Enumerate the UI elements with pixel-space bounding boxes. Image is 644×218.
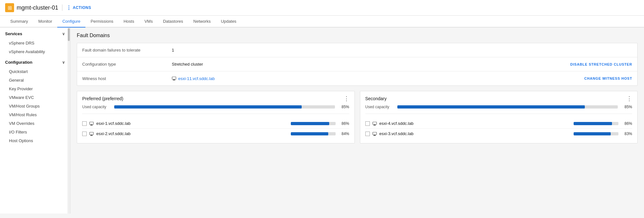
svg-rect-11 (373, 125, 376, 125)
preferred-host-1-pct: 86% (338, 121, 349, 126)
svg-rect-3 (90, 122, 93, 125)
cards-row: Preferred (preferred) ⋮ Used capacity 85… (77, 91, 638, 143)
secondary-host-2-icon (372, 132, 377, 136)
fault-value-witness-host: esxi-11.vcf.sddc.lab (172, 76, 584, 81)
secondary-host-2-checkbox[interactable] (365, 132, 370, 136)
svg-rect-13 (374, 135, 376, 135)
svg-rect-1 (173, 79, 175, 80)
secondary-host-row-2: esxi-3.vcf.sddc.lab 83% (365, 129, 632, 139)
preferred-card-title: Preferred (preferred) (82, 96, 123, 101)
fault-label-witness-host: Witness host (82, 76, 172, 81)
secondary-host-1-checkbox[interactable] (365, 121, 370, 126)
secondary-host-2-pct: 83% (621, 132, 632, 136)
secondary-capacity-bar-bg (397, 105, 618, 109)
secondary-card: Secondary ⋮ Used capacity 85% (360, 91, 638, 143)
actions-dots-icon: ⋮ (66, 5, 72, 11)
secondary-host-1-bar-bg (574, 122, 618, 125)
preferred-host-1-checkbox[interactable] (82, 121, 87, 126)
secondary-card-header: Secondary ⋮ (365, 96, 632, 101)
preferred-host-1-icon (89, 121, 94, 126)
sidebar-item-vm-overrides[interactable]: VM Overrides (0, 119, 70, 128)
svg-rect-6 (90, 132, 93, 135)
content-area: Fault Domains Fault domain failures to t… (70, 28, 644, 214)
secondary-capacity-row: Used capacity 85% (365, 105, 632, 114)
secondary-host-2-bar-fill (574, 132, 611, 135)
scroll-thumb[interactable] (68, 28, 70, 41)
svg-rect-2 (173, 80, 175, 80)
preferred-card-header: Preferred (preferred) ⋮ (82, 96, 349, 101)
preferred-capacity-label: Used capacity (82, 105, 111, 109)
tab-networks[interactable]: Networks (188, 16, 216, 28)
svg-rect-10 (374, 125, 376, 125)
secondary-host-1-pct: 86% (621, 121, 632, 126)
sidebar-item-vmware-evc[interactable]: VMware EVC (0, 93, 70, 102)
witness-host-link[interactable]: esxi-11.vcf.sddc.lab (172, 76, 584, 81)
preferred-host-1-bar-fill (291, 122, 329, 125)
sidebar-section-configuration-label: Configuration (5, 60, 32, 65)
sidebar-section-services-label: Services (5, 31, 22, 36)
svg-rect-0 (172, 77, 176, 79)
disable-stretched-cluster-button[interactable]: DISABLE STRETCHED CLUSTER (570, 62, 632, 66)
fault-value-failures: 1 (172, 48, 632, 52)
app-title: ⊞ mgmt-cluster-01 (5, 3, 58, 12)
fault-label-failures: Fault domain failures to tolerate (82, 48, 172, 52)
sidebar-item-general[interactable]: General (0, 76, 70, 85)
secondary-host-1-bar-fill (574, 122, 612, 125)
secondary-host-2-bar-bg (574, 132, 618, 135)
secondary-host-row-1: esxi-4.vcf.sddc.lab 86% (365, 118, 632, 129)
preferred-capacity-bar-bg (114, 105, 335, 109)
secondary-capacity-label: Used capacity (365, 105, 394, 109)
tab-hosts[interactable]: Hosts (118, 16, 139, 28)
svg-rect-9 (373, 122, 377, 125)
sidebar: Services ∨ vSphere DRS vSphere Availabil… (0, 28, 70, 214)
preferred-host-2-bar-fill (291, 132, 329, 135)
svg-rect-14 (373, 135, 376, 136)
change-witness-host-button[interactable]: CHANGE WITNESS HOST (584, 77, 632, 80)
preferred-capacity-pct: 85% (338, 105, 349, 109)
configuration-chevron-icon: ∨ (62, 60, 65, 65)
sidebar-item-host-options[interactable]: Host Options (0, 136, 70, 145)
sidebar-section-services[interactable]: Services ∨ (0, 28, 70, 39)
nav-tabs: Summary Monitor Configure Permissions Ho… (0, 16, 644, 28)
preferred-capacity-bar-fill (114, 105, 302, 109)
sidebar-section-configuration[interactable]: Configuration ∨ (0, 56, 70, 67)
preferred-host-2-checkbox[interactable] (82, 132, 87, 136)
preferred-host-2-icon (89, 132, 94, 136)
svg-rect-8 (90, 135, 93, 136)
secondary-card-title: Secondary (365, 96, 387, 101)
secondary-card-menu-button[interactable]: ⋮ (626, 96, 632, 101)
preferred-capacity-row: Used capacity 85% (82, 105, 349, 114)
tab-updates[interactable]: Updates (216, 16, 241, 28)
tab-monitor[interactable]: Monitor (33, 16, 57, 28)
sidebar-item-vm-host-groups[interactable]: VM/Host Groups (0, 102, 70, 110)
sidebar-item-vsphere-drs[interactable]: vSphere DRS (0, 39, 70, 47)
sidebar-item-vsphere-availability[interactable]: vSphere Availability (0, 47, 70, 56)
sidebar-item-quickstart[interactable]: Quickstart (0, 67, 70, 76)
svg-rect-4 (91, 125, 92, 125)
scroll-indicator (68, 28, 70, 214)
sidebar-item-io-filters[interactable]: I/O Filters (0, 128, 70, 136)
preferred-host-2-bar-bg (291, 132, 336, 135)
actions-button[interactable]: ⋮ ACTIONS (66, 5, 91, 11)
sidebar-item-key-provider[interactable]: Key Provider (0, 85, 70, 93)
secondary-host-2-name: esxi-3.vcf.sddc.lab (379, 131, 571, 136)
fault-label-config-type: Configuration type (82, 62, 172, 67)
fault-row-witness-host: Witness host esxi-11.vcf.sddc.lab CHANGE… (77, 71, 637, 85)
preferred-host-2-name: esxi-2.vcf.sddc.lab (96, 131, 288, 136)
fault-row-failures-to-tolerate: Fault domain failures to tolerate 1 (77, 43, 637, 57)
page-title: Fault Domains (77, 33, 638, 38)
tab-summary[interactable]: Summary (5, 16, 33, 28)
sidebar-item-vm-host-rules[interactable]: VM/Host Rules (0, 110, 70, 119)
svg-rect-12 (373, 132, 377, 135)
tab-datastores[interactable]: Datastores (158, 16, 188, 28)
preferred-card-menu-button[interactable]: ⋮ (344, 96, 349, 101)
fault-value-config-type: Stretched cluster (172, 62, 570, 67)
tab-configure[interactable]: Configure (57, 16, 85, 28)
secondary-capacity-bar-fill (397, 105, 585, 109)
services-chevron-icon: ∨ (62, 32, 65, 36)
tab-vms[interactable]: VMs (139, 16, 158, 28)
actions-label: ACTIONS (73, 5, 91, 10)
svg-rect-7 (91, 135, 92, 135)
secondary-capacity-pct: 85% (621, 105, 632, 109)
tab-permissions[interactable]: Permissions (85, 16, 118, 28)
